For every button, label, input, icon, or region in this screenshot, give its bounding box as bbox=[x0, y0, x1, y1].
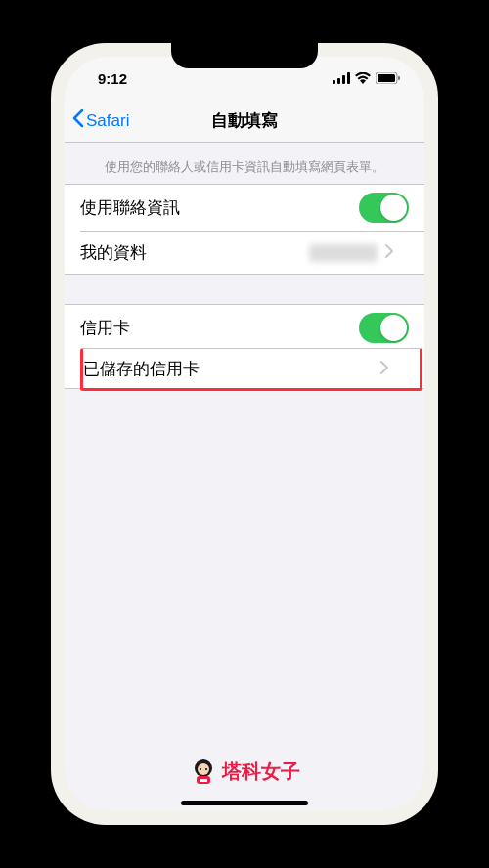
credit-card-section: 信用卡 已儲存的信用卡 bbox=[65, 304, 424, 389]
page-title: 自動填寫 bbox=[211, 109, 278, 132]
use-contact-info-label: 使用聯絡資訊 bbox=[80, 196, 180, 219]
saved-cards-label: 已儲存的信用卡 bbox=[83, 358, 200, 380]
credit-card-label: 信用卡 bbox=[80, 317, 130, 339]
back-button[interactable]: Safari bbox=[72, 108, 129, 133]
status-icons bbox=[333, 72, 401, 84]
phone-frame: 9:12 Safari 自動填寫 bbox=[51, 43, 438, 825]
contact-section: 使用聯絡資訊 我的資料 bbox=[65, 184, 424, 275]
svg-rect-5 bbox=[378, 74, 395, 82]
notch bbox=[171, 43, 318, 68]
status-time: 9:12 bbox=[88, 70, 127, 87]
svg-rect-3 bbox=[347, 72, 350, 84]
signal-icon bbox=[333, 72, 350, 84]
use-contact-info-row: 使用聯絡資訊 bbox=[65, 185, 424, 231]
saved-cards-row[interactable]: 已儲存的信用卡 bbox=[80, 348, 422, 391]
section-description: 使用您的聯絡人或信用卡資訊自動填寫網頁表單。 bbox=[65, 143, 424, 184]
chevron-right-icon bbox=[380, 359, 388, 379]
my-info-label: 我的資料 bbox=[80, 241, 147, 264]
chevron-left-icon bbox=[72, 108, 84, 133]
watermark-text: 塔科女子 bbox=[222, 759, 300, 785]
my-info-row[interactable]: 我的資料 bbox=[80, 231, 424, 274]
svg-rect-1 bbox=[337, 78, 340, 84]
svg-rect-12 bbox=[200, 779, 207, 782]
svg-rect-2 bbox=[342, 75, 345, 84]
nav-bar: Safari 自動填寫 bbox=[65, 100, 424, 143]
watermark-avatar-icon bbox=[189, 757, 218, 786]
svg-point-9 bbox=[200, 768, 201, 770]
credit-card-toggle[interactable] bbox=[359, 313, 409, 343]
credit-card-row: 信用卡 bbox=[65, 305, 424, 351]
back-label: Safari bbox=[86, 111, 129, 131]
my-info-value bbox=[309, 244, 378, 262]
watermark: 塔科女子 bbox=[189, 757, 300, 786]
home-indicator[interactable] bbox=[181, 801, 308, 805]
screen: 9:12 Safari 自動填寫 bbox=[65, 57, 424, 811]
svg-rect-6 bbox=[398, 76, 400, 80]
section-gap bbox=[65, 275, 424, 304]
battery-icon bbox=[376, 72, 401, 84]
svg-rect-0 bbox=[333, 80, 335, 84]
use-contact-info-toggle[interactable] bbox=[359, 193, 409, 223]
svg-point-10 bbox=[205, 768, 207, 770]
content[interactable]: 使用您的聯絡人或信用卡資訊自動填寫網頁表單。 使用聯絡資訊 我的資料 bbox=[65, 143, 424, 811]
svg-point-8 bbox=[198, 763, 209, 775]
chevron-right-icon bbox=[385, 242, 393, 263]
wifi-icon bbox=[355, 72, 371, 84]
